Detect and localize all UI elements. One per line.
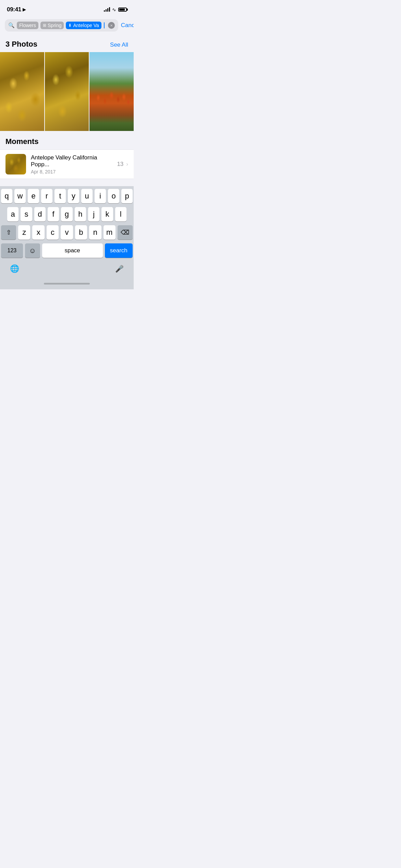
- tag-flowers[interactable]: Flowers: [17, 22, 38, 29]
- moments-title: Moments: [5, 137, 39, 146]
- search-bar: 🔍 Flowers ⊞ Spring ⬇ Antelope Va ✕ Cance…: [0, 16, 134, 35]
- key-n[interactable]: n: [89, 225, 101, 240]
- photos-section-header: 3 Photos See All: [0, 35, 134, 52]
- key-m[interactable]: m: [104, 225, 116, 240]
- moment-chevron-icon: ›: [126, 161, 128, 168]
- key-r[interactable]: r: [41, 189, 52, 203]
- photo-grid: [0, 52, 134, 131]
- status-bar: 09:41 ▶ ∿: [0, 0, 134, 16]
- moment-item[interactable]: Antelope Valley California Popp... Apr 8…: [0, 149, 134, 179]
- shift-key[interactable]: ⇧: [1, 225, 16, 240]
- photo-cell-3[interactable]: [89, 52, 134, 131]
- tag-spring[interactable]: ⊞ Spring: [40, 22, 64, 29]
- moment-info: Antelope Valley California Popp... Apr 8…: [31, 154, 112, 174]
- photos-count-title: 3 Photos: [5, 40, 37, 49]
- key-k[interactable]: k: [101, 207, 113, 221]
- location-arrow-icon: ▶: [23, 7, 26, 12]
- emoji-key[interactable]: ☺: [25, 243, 40, 258]
- key-u[interactable]: u: [81, 189, 93, 203]
- tag-antelope-label: Antelope Va: [73, 23, 99, 28]
- photo-1: [0, 52, 44, 131]
- key-d[interactable]: d: [34, 207, 46, 221]
- key-j[interactable]: j: [88, 207, 99, 221]
- search-icon: 🔍: [8, 22, 15, 28]
- key-i[interactable]: i: [95, 189, 106, 203]
- delete-key[interactable]: ⌫: [118, 225, 133, 240]
- key-p[interactable]: p: [121, 189, 133, 203]
- photo-cell-2[interactable]: [45, 52, 89, 131]
- key-s[interactable]: s: [21, 207, 32, 221]
- moment-thumbnail: [5, 154, 26, 174]
- key-w[interactable]: w: [14, 189, 26, 203]
- tag-antelope[interactable]: ⬇ Antelope Va: [66, 22, 101, 29]
- status-icons: ∿: [104, 7, 127, 12]
- key-f[interactable]: f: [48, 207, 59, 221]
- photo-cell-1[interactable]: [0, 52, 44, 131]
- key-row-1: q w e r t y u i o p: [1, 189, 133, 203]
- photo-2: [45, 52, 89, 131]
- keyboard-bottom-row: 🌐 🎤: [0, 259, 134, 278]
- key-c[interactable]: c: [47, 225, 59, 240]
- close-icon: ✕: [110, 24, 113, 27]
- see-all-button[interactable]: See All: [110, 41, 128, 48]
- key-o[interactable]: o: [108, 189, 119, 203]
- calendar-icon: ⊞: [43, 23, 46, 28]
- key-v[interactable]: v: [61, 225, 73, 240]
- key-l[interactable]: l: [115, 207, 126, 221]
- key-q[interactable]: q: [1, 189, 12, 203]
- key-h[interactable]: h: [75, 207, 86, 221]
- text-cursor: [104, 22, 105, 28]
- key-a[interactable]: a: [7, 207, 19, 221]
- tag-flowers-label: Flowers: [19, 23, 36, 28]
- moment-name: Antelope Valley California Popp...: [31, 154, 112, 168]
- key-row-2: a s d f g h j k l: [1, 207, 133, 221]
- key-z[interactable]: z: [18, 225, 30, 240]
- moments-header: Moments: [0, 131, 134, 149]
- key-row-4: 123 ☺ space search: [1, 243, 133, 258]
- moment-photo-count: 13: [117, 161, 123, 168]
- home-bar: [44, 283, 90, 285]
- battery-icon: [118, 8, 127, 12]
- numbers-key[interactable]: 123: [1, 243, 23, 258]
- keyboard: q w e r t y u i o p a s d f g h j k l ⇧ …: [0, 186, 134, 289]
- key-y[interactable]: y: [68, 189, 79, 203]
- status-time: 09:41 ▶: [7, 6, 26, 13]
- moment-date: Apr 8, 2017: [31, 169, 112, 174]
- signal-icon: [104, 8, 110, 12]
- key-g[interactable]: g: [61, 207, 72, 221]
- wifi-icon: ∿: [112, 7, 116, 12]
- tag-spring-label: Spring: [48, 23, 61, 28]
- location-icon: ⬇: [68, 23, 72, 28]
- key-x[interactable]: x: [32, 225, 44, 240]
- moments-section: Moments Antelope Valley California Popp.…: [0, 131, 134, 179]
- key-row-3: ⇧ z x c v b n m ⌫: [1, 225, 133, 240]
- key-t[interactable]: t: [54, 189, 66, 203]
- home-indicator: [0, 278, 134, 289]
- keyboard-rows: q w e r t y u i o p a s d f g h j k l ⇧ …: [0, 186, 134, 259]
- key-e[interactable]: e: [28, 189, 39, 203]
- clear-search-button[interactable]: ✕: [108, 22, 115, 29]
- search-results: 3 Photos See All Moments Antelope Valley…: [0, 35, 134, 179]
- search-key[interactable]: search: [105, 243, 133, 258]
- time-label: 09:41: [7, 6, 21, 13]
- space-key[interactable]: space: [42, 243, 103, 258]
- moment-count-area: 13 ›: [117, 161, 128, 168]
- cancel-button[interactable]: Cancel: [121, 22, 134, 29]
- search-field[interactable]: 🔍 Flowers ⊞ Spring ⬇ Antelope Va ✕: [5, 19, 118, 32]
- key-b[interactable]: b: [75, 225, 87, 240]
- globe-key[interactable]: 🌐: [7, 261, 22, 276]
- mic-key[interactable]: 🎤: [112, 261, 127, 276]
- photo-3: [89, 52, 134, 131]
